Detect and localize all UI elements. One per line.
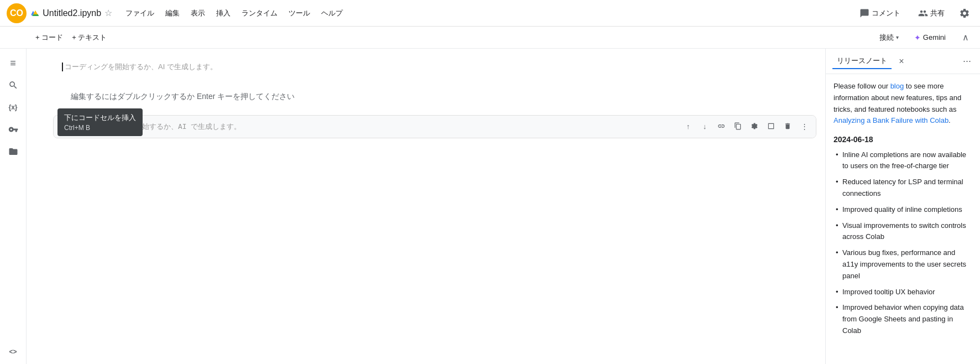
sidebar-folder-icon[interactable]	[3, 142, 23, 162]
sidebar-search-icon[interactable]	[3, 75, 23, 95]
expand-icon	[767, 122, 775, 130]
cell-more-button[interactable]: ⋮	[796, 118, 812, 134]
menu-file[interactable]: ファイル	[121, 6, 159, 20]
release-item-4: Various bug fixes, performance and a11y …	[834, 247, 972, 282]
cell-toolbar: ↑ ↓	[680, 118, 812, 134]
colab-link[interactable]: Analyzing a Bank Failure with Colab	[834, 116, 948, 124]
drive-icon	[30, 8, 40, 18]
menu-bar: ファイル 編集 表示 挿入 ランタイム ツール ヘルプ	[121, 6, 347, 20]
search-icon	[8, 80, 18, 90]
copy-icon	[734, 122, 742, 130]
dblclick-hint: 編集するにはダブルクリックするか Enter キーを押してください	[27, 83, 825, 111]
share-button[interactable]: 共有	[911, 5, 951, 22]
release-item-5: Improved tooltip UX behavior	[834, 287, 972, 298]
panel-close-button[interactable]: ×	[896, 56, 907, 67]
comment-button[interactable]: コメント	[853, 5, 907, 22]
release-notes-tab[interactable]: リリースノート	[832, 54, 892, 69]
release-date: 2024-06-18	[834, 133, 972, 145]
left-sidebar: ≡ {x} <>	[0, 49, 27, 364]
cell-expand-button[interactable]	[763, 118, 779, 134]
main-content: ≡ {x} <> 下にコードセル	[0, 49, 980, 364]
folder-icon	[8, 147, 18, 157]
release-item-6: Improved behavior when copying data from…	[834, 302, 972, 336]
panel-header: リリースノート × ···	[826, 49, 980, 74]
cell-settings-button[interactable]	[747, 118, 762, 134]
variable-icon: {x}	[8, 103, 17, 111]
cells-container: 下にコードセルを挿入 Ctrl+M B コーディングを開始するか、AI で生成し…	[27, 49, 825, 145]
settings-button[interactable]	[956, 4, 973, 22]
blog-link[interactable]: blog	[890, 82, 904, 90]
share-icon	[918, 8, 928, 18]
collapse-button[interactable]: ∧	[956, 29, 976, 46]
star-icon[interactable]: ☆	[104, 8, 112, 18]
menu-insert[interactable]: 挿入	[212, 6, 235, 20]
release-item-1: Reduced latency for LSP and terminal con…	[834, 176, 972, 200]
sidebar-variable-icon[interactable]: {x}	[3, 97, 23, 117]
cell-copy-button[interactable]	[730, 118, 746, 134]
sidebar-key-icon[interactable]	[3, 119, 23, 139]
key-icon	[8, 124, 18, 134]
cell-up-button[interactable]: ↑	[680, 118, 696, 134]
gear-icon	[959, 8, 970, 19]
panel-intro: Please follow our blog to see more infor…	[834, 81, 972, 127]
panel-content: Please follow our blog to see more infor…	[826, 74, 980, 364]
add-code-button[interactable]: + コード	[31, 30, 67, 45]
cell-0: コーディングを開始するか、AI で生成します。	[27, 54, 825, 82]
panel-more-button[interactable]: ···	[961, 53, 973, 69]
release-item-2: Improved quality of inline completions	[834, 204, 972, 216]
gemini-star-icon: ✦	[914, 33, 921, 42]
release-list: Inline AI completions are now available …	[834, 149, 972, 337]
sidebar-toc-icon[interactable]: ≡	[3, 53, 23, 73]
connect-button[interactable]: 接続 ▾	[874, 30, 904, 45]
menu-edit[interactable]: 編集	[161, 6, 184, 20]
release-item-3: Visual improvements to switch controls a…	[834, 220, 972, 243]
tooltip-shortcut: Ctrl+M B	[64, 124, 136, 132]
cursor	[62, 63, 63, 71]
delete-icon	[784, 122, 792, 130]
connection-area: 接続 ▾ ✦ Gemini ∧	[874, 29, 976, 46]
gemini-button[interactable]: ✦ Gemini	[909, 31, 951, 44]
cell-down-button[interactable]: ↓	[697, 118, 712, 134]
empty-text-cell[interactable]: コーディングを開始するか、AI で生成します。	[62, 59, 790, 75]
caret-up-icon: ∧	[962, 32, 969, 43]
toolbar-row: + コード + テキスト 接続 ▾ ✦ Gemini ∧	[0, 27, 980, 49]
sidebar-code-icon[interactable]: <>	[3, 344, 23, 364]
comment-icon	[860, 8, 869, 18]
tooltip-popup: 下にコードセルを挿入 Ctrl+M B	[57, 108, 143, 136]
notebook-area: 下にコードセルを挿入 Ctrl+M B コーディングを開始するか、AI で生成し…	[27, 49, 825, 364]
toc-icon: ≡	[10, 58, 16, 69]
menu-help[interactable]: ヘルプ	[317, 6, 347, 20]
colab-logo: CO	[7, 3, 27, 23]
cell-placeholder: コーディングを開始するか、AI で生成します。	[65, 62, 217, 72]
topbar-right: コメント 共有	[853, 4, 973, 22]
connect-chevron-icon: ▾	[896, 34, 899, 40]
release-item-0: Inline AI completions are now available …	[834, 149, 972, 173]
right-panel: リリースノート × ··· Please follow our blog to …	[825, 49, 980, 364]
menu-tools[interactable]: ツール	[284, 6, 315, 20]
cell-link-button[interactable]	[714, 118, 729, 134]
cell-delete-button[interactable]	[780, 118, 795, 134]
link-icon	[717, 122, 725, 130]
tooltip-title: 下にコードセルを挿入	[64, 113, 136, 123]
menu-view[interactable]: 表示	[186, 6, 209, 20]
code-bracket-icon: <>	[9, 348, 17, 356]
code-cell-container: ↑ ↓	[53, 115, 816, 138]
add-text-button[interactable]: + テキスト	[67, 30, 111, 45]
top-bar: CO Untitled2.ipynb ☆ ファイル 編集 表示 挿入 ランタイム…	[0, 0, 980, 27]
menu-runtime[interactable]: ランタイム	[237, 6, 282, 20]
notebook-title[interactable]: Untitled2.ipynb	[43, 8, 101, 18]
settings-icon	[751, 122, 758, 130]
